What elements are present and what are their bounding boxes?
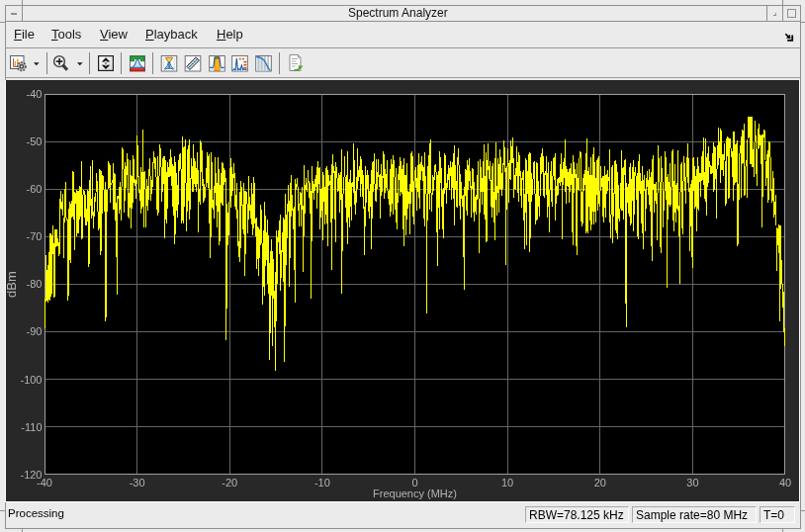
svg-text:20: 20 [594,477,606,488]
svg-text:-100: -100 [20,374,42,386]
svg-text:-30: -30 [130,477,145,488]
svg-text:-40: -40 [27,88,43,100]
svg-text:-80: -80 [27,278,43,290]
svg-text:-60: -60 [27,183,43,195]
svg-text:-20: -20 [222,477,237,488]
svg-text:40: 40 [779,477,791,488]
svg-text:0: 0 [411,477,417,488]
svg-text:-90: -90 [27,325,43,337]
svg-text:-10: -10 [314,477,330,488]
svg-text:dBm: dBm [4,271,19,298]
svg-text:10: 10 [501,477,513,488]
svg-text:Frequency (MHz): Frequency (MHz) [373,488,457,499]
svg-text:-110: -110 [21,421,42,433]
svg-text:-50: -50 [27,135,43,147]
svg-text:-70: -70 [27,230,43,242]
svg-text:-120: -120 [20,469,42,481]
svg-text:30: 30 [686,477,698,488]
